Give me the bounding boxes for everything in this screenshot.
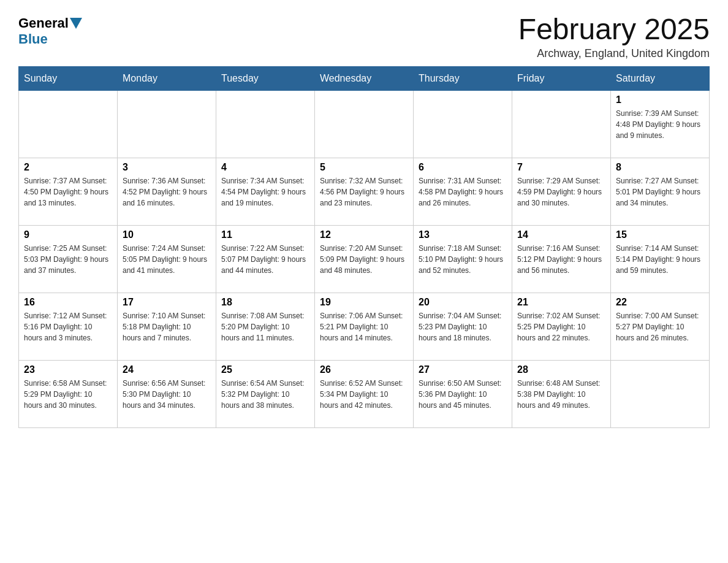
calendar-cell [19, 91, 118, 158]
day-number: 1 [616, 94, 704, 105]
day-number: 11 [221, 229, 309, 240]
day-number: 15 [616, 229, 704, 240]
day-number: 5 [320, 162, 408, 173]
day-info: Sunrise: 7:14 AM Sunset: 5:14 PM Dayligh… [616, 243, 704, 276]
day-info: Sunrise: 7:27 AM Sunset: 5:01 PM Dayligh… [616, 175, 704, 209]
day-info: Sunrise: 7:25 AM Sunset: 5:03 PM Dayligh… [24, 243, 112, 276]
title-block: February 2025 Archway, England, United K… [518, 12, 710, 60]
day-info: Sunrise: 6:56 AM Sunset: 5:30 PM Dayligh… [123, 378, 211, 411]
calendar-cell: 10Sunrise: 7:24 AM Sunset: 5:05 PM Dayli… [118, 226, 216, 293]
weekday-header-saturday: Saturday [611, 67, 710, 91]
weekday-header-friday: Friday [512, 67, 611, 91]
day-info: Sunrise: 7:36 AM Sunset: 4:52 PM Dayligh… [123, 175, 211, 209]
location: Archway, England, United Kingdom [518, 47, 710, 60]
calendar-cell: 27Sunrise: 6:50 AM Sunset: 5:36 PM Dayli… [414, 361, 512, 428]
weekday-header-tuesday: Tuesday [216, 67, 315, 91]
calendar-cell: 15Sunrise: 7:14 AM Sunset: 5:14 PM Dayli… [611, 226, 710, 293]
calendar-cell [611, 361, 710, 428]
calendar-cell: 2Sunrise: 7:37 AM Sunset: 4:50 PM Daylig… [19, 158, 118, 226]
day-number: 9 [24, 229, 112, 240]
day-number: 24 [123, 364, 211, 375]
calendar-cell: 12Sunrise: 7:20 AM Sunset: 5:09 PM Dayli… [315, 226, 414, 293]
calendar-cell [118, 91, 216, 158]
calendar-cell [315, 91, 414, 158]
logo-blue-text: Blue [18, 31, 48, 47]
weekday-header-sunday: Sunday [19, 67, 118, 91]
day-number: 17 [123, 297, 211, 308]
calendar-cell: 11Sunrise: 7:22 AM Sunset: 5:07 PM Dayli… [216, 226, 315, 293]
day-number: 2 [24, 162, 112, 173]
day-info: Sunrise: 7:29 AM Sunset: 4:59 PM Dayligh… [517, 175, 605, 209]
calendar-cell: 17Sunrise: 7:10 AM Sunset: 5:18 PM Dayli… [118, 293, 216, 361]
day-number: 21 [517, 297, 605, 308]
day-number: 6 [419, 162, 507, 173]
calendar-week-row: 1Sunrise: 7:39 AM Sunset: 4:48 PM Daylig… [19, 91, 710, 158]
calendar-cell [512, 91, 611, 158]
calendar-cell: 24Sunrise: 6:56 AM Sunset: 5:30 PM Dayli… [118, 361, 216, 428]
day-number: 27 [419, 364, 507, 375]
day-info: Sunrise: 6:58 AM Sunset: 5:29 PM Dayligh… [24, 378, 112, 411]
day-info: Sunrise: 7:20 AM Sunset: 5:09 PM Dayligh… [320, 243, 408, 276]
day-number: 8 [616, 162, 704, 173]
calendar-cell: 18Sunrise: 7:08 AM Sunset: 5:20 PM Dayli… [216, 293, 315, 361]
day-info: Sunrise: 7:04 AM Sunset: 5:23 PM Dayligh… [419, 310, 507, 343]
weekday-header-monday: Monday [118, 67, 216, 91]
day-number: 16 [24, 297, 112, 308]
day-info: Sunrise: 7:00 AM Sunset: 5:27 PM Dayligh… [616, 310, 704, 343]
calendar-cell: 14Sunrise: 7:16 AM Sunset: 5:12 PM Dayli… [512, 226, 611, 293]
day-info: Sunrise: 7:32 AM Sunset: 4:56 PM Dayligh… [320, 175, 408, 209]
page-header: General Blue February 2025 Archway, Engl… [18, 12, 710, 60]
calendar-cell: 20Sunrise: 7:04 AM Sunset: 5:23 PM Dayli… [414, 293, 512, 361]
weekday-header-thursday: Thursday [414, 67, 512, 91]
calendar-cell: 3Sunrise: 7:36 AM Sunset: 4:52 PM Daylig… [118, 158, 216, 226]
day-number: 28 [517, 364, 605, 375]
day-info: Sunrise: 7:24 AM Sunset: 5:05 PM Dayligh… [123, 243, 211, 276]
day-number: 22 [616, 297, 704, 308]
calendar-table: SundayMondayTuesdayWednesdayThursdayFrid… [18, 66, 710, 428]
day-number: 13 [419, 229, 507, 240]
calendar-cell: 16Sunrise: 7:12 AM Sunset: 5:16 PM Dayli… [19, 293, 118, 361]
day-number: 18 [221, 297, 309, 308]
day-info: Sunrise: 7:39 AM Sunset: 4:48 PM Dayligh… [616, 108, 704, 141]
weekday-header-row: SundayMondayTuesdayWednesdayThursdayFrid… [19, 67, 710, 91]
calendar-cell: 28Sunrise: 6:48 AM Sunset: 5:38 PM Dayli… [512, 361, 611, 428]
calendar-cell: 26Sunrise: 6:52 AM Sunset: 5:34 PM Dayli… [315, 361, 414, 428]
day-info: Sunrise: 7:10 AM Sunset: 5:18 PM Dayligh… [123, 310, 211, 343]
month-title: February 2025 [518, 12, 710, 46]
calendar-week-row: 9Sunrise: 7:25 AM Sunset: 5:03 PM Daylig… [19, 226, 710, 293]
day-info: Sunrise: 6:52 AM Sunset: 5:34 PM Dayligh… [320, 378, 408, 411]
day-info: Sunrise: 7:02 AM Sunset: 5:25 PM Dayligh… [517, 310, 605, 343]
calendar-cell [414, 91, 512, 158]
day-number: 20 [419, 297, 507, 308]
day-info: Sunrise: 7:18 AM Sunset: 5:10 PM Dayligh… [419, 243, 507, 276]
day-number: 25 [221, 364, 309, 375]
day-number: 3 [123, 162, 211, 173]
day-number: 10 [123, 229, 211, 240]
calendar-cell: 21Sunrise: 7:02 AM Sunset: 5:25 PM Dayli… [512, 293, 611, 361]
logo-general-text: General [18, 15, 69, 31]
day-number: 14 [517, 229, 605, 240]
calendar-cell: 25Sunrise: 6:54 AM Sunset: 5:32 PM Dayli… [216, 361, 315, 428]
day-number: 19 [320, 297, 408, 308]
day-info: Sunrise: 7:12 AM Sunset: 5:16 PM Dayligh… [24, 310, 112, 343]
calendar-week-row: 2Sunrise: 7:37 AM Sunset: 4:50 PM Daylig… [19, 158, 710, 226]
calendar-cell: 23Sunrise: 6:58 AM Sunset: 5:29 PM Dayli… [19, 361, 118, 428]
calendar-cell: 1Sunrise: 7:39 AM Sunset: 4:48 PM Daylig… [611, 91, 710, 158]
day-info: Sunrise: 6:50 AM Sunset: 5:36 PM Dayligh… [419, 378, 507, 411]
day-info: Sunrise: 7:34 AM Sunset: 4:54 PM Dayligh… [221, 175, 309, 209]
day-info: Sunrise: 6:48 AM Sunset: 5:38 PM Dayligh… [517, 378, 605, 411]
day-info: Sunrise: 7:37 AM Sunset: 4:50 PM Dayligh… [24, 175, 112, 209]
calendar-cell: 6Sunrise: 7:31 AM Sunset: 4:58 PM Daylig… [414, 158, 512, 226]
calendar-week-row: 23Sunrise: 6:58 AM Sunset: 5:29 PM Dayli… [19, 361, 710, 428]
weekday-header-wednesday: Wednesday [315, 67, 414, 91]
day-info: Sunrise: 7:22 AM Sunset: 5:07 PM Dayligh… [221, 243, 309, 276]
calendar-cell: 22Sunrise: 7:00 AM Sunset: 5:27 PM Dayli… [611, 293, 710, 361]
calendar-week-row: 16Sunrise: 7:12 AM Sunset: 5:16 PM Dayli… [19, 293, 710, 361]
calendar-cell [216, 91, 315, 158]
day-info: Sunrise: 7:31 AM Sunset: 4:58 PM Dayligh… [419, 175, 507, 209]
day-number: 12 [320, 229, 408, 240]
day-number: 26 [320, 364, 408, 375]
day-info: Sunrise: 7:06 AM Sunset: 5:21 PM Dayligh… [320, 310, 408, 343]
day-number: 23 [24, 364, 112, 375]
calendar-cell: 5Sunrise: 7:32 AM Sunset: 4:56 PM Daylig… [315, 158, 414, 226]
